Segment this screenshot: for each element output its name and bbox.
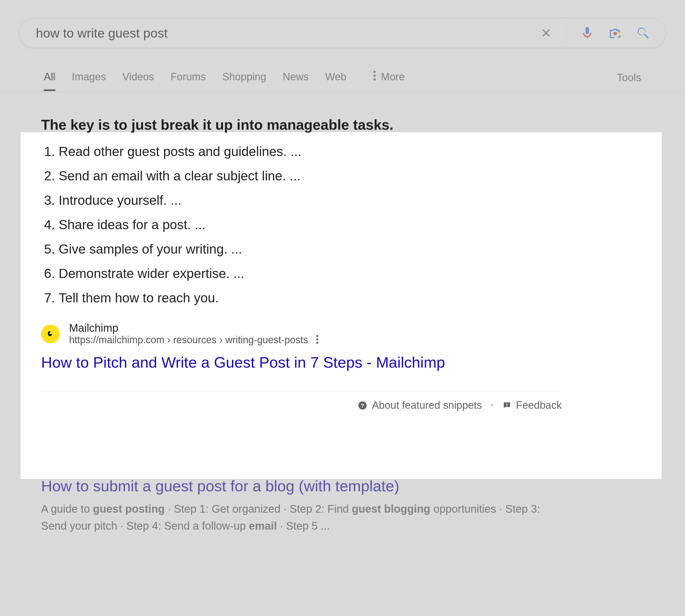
featured-result: Mailchimp https://mailchimp.com › resour…: [41, 322, 562, 371]
result-url: https://zapier.com › Business growth › M…: [69, 458, 298, 469]
snippet-step: Send an email with a clear subject line.…: [59, 168, 562, 183]
snippet-steps-list: Read other guest posts and guidelines. .…: [41, 144, 562, 305]
about-featured-snippets-link[interactable]: ? About featured snippets: [358, 399, 482, 411]
search-input[interactable]: [36, 25, 538, 41]
svg-rect-11: [507, 406, 507, 406]
favicon-mailchimp: [41, 325, 60, 343]
feedback-icon: [502, 401, 511, 410]
result-url: https://mailchimp.com › resources › writ…: [69, 334, 308, 346]
tab-news[interactable]: News: [283, 64, 309, 91]
separator-dot: •: [491, 402, 493, 408]
snippet-step: Demonstrate wider expertise. ...: [59, 266, 562, 281]
tab-more[interactable]: More: [373, 64, 405, 92]
divider: [566, 23, 566, 43]
result-site-name: Zapier: [69, 445, 309, 458]
snippet-step: Read other guest posts and guidelines. .…: [59, 144, 562, 159]
tools-button[interactable]: Tools: [617, 65, 641, 90]
featured-snippet-footer: ? About featured snippets • Feedback: [41, 392, 562, 411]
help-icon: ?: [358, 400, 367, 411]
result-snippet: A guide to guest posting · Step 1: Get o…: [41, 500, 562, 534]
image-search-icon[interactable]: [607, 24, 624, 42]
svg-text:?: ?: [361, 402, 364, 409]
snippet-step: Give samples of your writing. ...: [59, 242, 562, 257]
search-tabs: All Images Videos Forums Shopping News W…: [0, 64, 685, 92]
svg-point-12: [306, 459, 308, 461]
svg-point-7: [317, 342, 318, 344]
tab-more-label: More: [381, 71, 405, 83]
featured-snippet: The key is to just break it up into mana…: [0, 92, 603, 411]
search-bar[interactable]: [19, 18, 666, 48]
more-vert-icon[interactable]: [316, 335, 319, 345]
tab-images[interactable]: Images: [72, 64, 106, 91]
more-vert-icon: [373, 70, 376, 83]
svg-point-4: [45, 328, 56, 339]
favicon-zapier: zapier: [41, 448, 60, 467]
search-icon[interactable]: [634, 24, 652, 42]
result-title-link[interactable]: How to submit a guest post for a blog (w…: [41, 477, 562, 495]
tab-videos[interactable]: Videos: [122, 64, 154, 91]
search-result: zapier Zapier https://zapier.com › Busin…: [0, 411, 603, 534]
svg-point-14: [306, 465, 308, 467]
tab-web[interactable]: Web: [325, 64, 346, 91]
tab-all[interactable]: All: [44, 64, 55, 91]
svg-point-13: [306, 462, 308, 464]
svg-rect-10: [507, 403, 507, 405]
svg-point-0: [614, 32, 617, 35]
svg-point-2: [373, 74, 376, 77]
tab-forums[interactable]: Forums: [170, 64, 206, 91]
snippet-step: Introduce yourself. ...: [59, 193, 562, 208]
more-vert-icon[interactable]: [305, 458, 309, 469]
feedback-link[interactable]: Feedback: [502, 399, 562, 411]
svg-point-5: [317, 335, 318, 337]
snippet-step: Share ideas for a post. ...: [59, 217, 562, 232]
svg-point-1: [373, 71, 376, 73]
clear-icon[interactable]: [538, 25, 554, 41]
result-site-name: Mailchimp: [69, 322, 319, 334]
snippet-heading: The key is to just break it up into mana…: [41, 116, 562, 133]
voice-search-icon[interactable]: [578, 24, 596, 42]
snippet-step: Tell them how to reach you.: [59, 290, 562, 305]
svg-point-6: [317, 338, 318, 340]
result-title-link[interactable]: How to Pitch and Write a Guest Post in 7…: [41, 353, 562, 371]
tab-shopping[interactable]: Shopping: [222, 64, 266, 91]
svg-point-3: [373, 79, 376, 81]
